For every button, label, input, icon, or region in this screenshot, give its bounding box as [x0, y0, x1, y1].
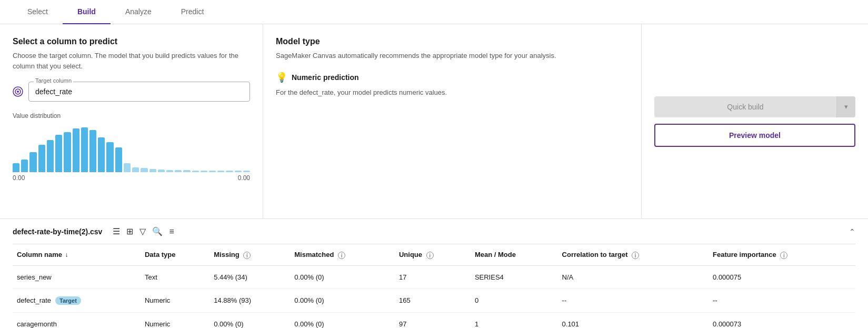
table-row: caragemonthNumeric0.00% (0)0.00% (0)9710… — [13, 312, 855, 328]
histogram-bar — [158, 170, 165, 172]
tab-build[interactable]: Build — [63, 0, 111, 24]
col-header-data-type: Data type — [141, 244, 209, 265]
table-cell: 0.000075 — [709, 265, 855, 289]
histogram-bar — [175, 170, 182, 172]
table-cell-column-name: defect_rateTarget — [13, 289, 141, 312]
target-column-input-container: Target column — [28, 82, 250, 102]
model-type-title: Model type — [276, 37, 628, 46]
main-content: Select a column to predict Choose the ta… — [0, 24, 868, 219]
correlation-info-icon[interactable]: i — [632, 252, 639, 259]
filter-icon[interactable]: ▽ — [139, 226, 146, 236]
histogram-bar — [235, 171, 242, 172]
col-header-mismatched: Mismatched i — [290, 244, 395, 265]
tab-predict[interactable]: Predict — [166, 0, 219, 24]
table-cell: N/A — [558, 265, 709, 289]
col-header-mean-mode: Mean / Mode — [471, 244, 558, 265]
csv-filename: defect-rate-by-time(2).csv — [13, 227, 102, 236]
col-header-missing: Missing i — [209, 244, 290, 265]
table-cell-column-name: caragemonth — [13, 312, 141, 328]
table-row: defect_rateTargetNumeric14.88% (93)0.00%… — [13, 289, 855, 312]
table-cell: 17 — [395, 265, 471, 289]
table-header-bar: defect-rate-by-time(2).csv ☰ ⊞ ▽ 🔍 ≡ ⌃ — [13, 219, 855, 244]
model-type-note: For the defect_rate, your model predicts… — [276, 88, 628, 96]
axis-labels: 0.00 0.00 — [13, 174, 250, 182]
target-column-wrapper: Target column — [13, 82, 250, 102]
search-icon[interactable]: 🔍 — [152, 226, 163, 236]
table-cell: 0.00% (0) — [290, 289, 395, 312]
svg-point-2 — [17, 91, 19, 93]
histogram-bar — [226, 171, 233, 172]
histogram-bar — [64, 132, 71, 172]
quick-build-dropdown-button[interactable]: ▾ — [836, 96, 855, 117]
quick-build-wrapper: Quick build ▾ — [654, 96, 855, 117]
target-column-label: Target column — [34, 77, 73, 84]
table-cell: 0.101 — [558, 312, 709, 328]
table-cell: 0.000073 — [709, 312, 855, 328]
model-type-desc: SageMaker Canvas automatically recommend… — [276, 51, 628, 61]
histogram-bar — [124, 163, 131, 172]
chevron-down-icon: ▾ — [844, 103, 848, 111]
table-cell: Numeric — [141, 312, 209, 328]
table-cell: 0.00% (0) — [290, 312, 395, 328]
bulb-icon: 💡 — [276, 72, 287, 83]
histogram-bar — [217, 171, 224, 172]
list-view-icon[interactable]: ☰ — [113, 226, 120, 236]
tab-analyze[interactable]: Analyze — [111, 0, 166, 24]
collapse-icon[interactable]: ⌃ — [849, 227, 855, 236]
histogram-bar — [13, 163, 19, 172]
quick-build-button[interactable]: Quick build — [654, 96, 836, 117]
right-panel: Quick build ▾ Preview model — [642, 24, 868, 218]
mismatched-info-icon[interactable]: i — [338, 252, 345, 259]
middle-panel: Model type SageMaker Canvas automaticall… — [263, 24, 642, 218]
unique-info-icon[interactable]: i — [426, 252, 434, 259]
column-settings-icon[interactable]: ≡ — [169, 227, 174, 236]
top-nav: Select Build Analyze Predict — [0, 0, 868, 24]
table-cell: 14.88% (93) — [209, 289, 290, 312]
table-cell: Text — [141, 265, 209, 289]
feature-importance-info-icon[interactable]: i — [780, 252, 787, 259]
left-panel: Select a column to predict Choose the ta… — [0, 24, 263, 218]
table-cell: -- — [709, 289, 855, 312]
table-cell: 0 — [471, 289, 558, 312]
grid-view-icon[interactable]: ⊞ — [126, 226, 133, 236]
histogram — [13, 125, 250, 172]
missing-info-icon[interactable]: i — [243, 252, 251, 259]
histogram-bar — [166, 170, 173, 172]
sort-arrow-icon: ↓ — [65, 251, 68, 259]
axis-max: 0.00 — [238, 174, 250, 182]
table-row: series_newText5.44% (34)0.00% (0)17SERIE… — [13, 265, 855, 289]
value-distribution-label: Value distribution — [13, 112, 250, 120]
col-header-unique: Unique i — [395, 244, 471, 265]
table-cell: -- — [558, 289, 709, 312]
table-tools: ☰ ⊞ ▽ 🔍 ≡ — [113, 226, 174, 236]
preview-model-button[interactable]: Preview model — [654, 124, 855, 147]
axis-min: 0.00 — [13, 174, 25, 182]
col-header-column-name[interactable]: Column name ↓ — [13, 244, 141, 265]
table-cell: 97 — [395, 312, 471, 328]
histogram-bar — [141, 168, 147, 172]
left-panel-title: Select a column to predict — [13, 37, 250, 46]
histogram-bar — [98, 137, 105, 172]
histogram-bar — [243, 171, 250, 172]
histogram-bar — [55, 135, 62, 172]
col-header-correlation: Correlation to target i — [558, 244, 709, 265]
histogram-bar — [38, 145, 45, 172]
histogram-bar — [81, 127, 88, 172]
histogram-bar — [47, 140, 54, 172]
tab-select[interactable]: Select — [13, 0, 63, 24]
histogram-bar — [115, 147, 122, 172]
model-type-name: Numeric prediction — [292, 73, 359, 82]
histogram-bar — [201, 171, 207, 172]
target-icon — [13, 86, 23, 97]
histogram-bar — [183, 170, 190, 172]
table-cell: 0.00% (0) — [209, 312, 290, 328]
table-cell: 5.44% (34) — [209, 265, 290, 289]
model-type-row: 💡 Numeric prediction — [276, 72, 628, 83]
target-column-input[interactable] — [28, 82, 250, 102]
table-cell: 1 — [471, 312, 558, 328]
table-section: defect-rate-by-time(2).csv ☰ ⊞ ▽ 🔍 ≡ ⌃ C… — [0, 219, 868, 328]
left-panel-desc: Choose the target column. The model that… — [13, 51, 250, 71]
col-header-feature-importance: Feature importance i — [709, 244, 855, 265]
histogram-bar — [29, 152, 36, 172]
table-cell: 165 — [395, 289, 471, 312]
